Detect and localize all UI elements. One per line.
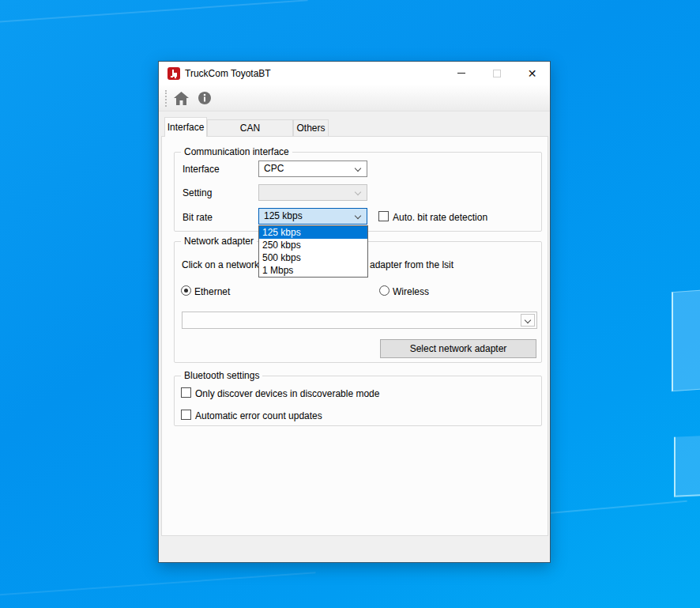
dropdown-option[interactable]: 125 kbps: [259, 226, 367, 239]
auto-bit-rate-label: Auto. bit rate detection: [393, 212, 487, 223]
wireless-radio[interactable]: [379, 285, 390, 296]
radio-dot: [184, 289, 188, 293]
group-legend: Network adapter: [181, 236, 257, 247]
interface-combobox[interactable]: CPC: [258, 160, 367, 177]
desktop-wallpaper: TruckCom ToyotaBT ✕: [0, 0, 700, 608]
bit-rate-dropdown-list: 125 kbps 250 kbps 500 kbps 1 Mbps: [258, 225, 368, 278]
ethernet-label: Ethernet: [194, 286, 230, 297]
setting-label: Setting: [183, 187, 212, 198]
tab-interface[interactable]: Interface: [164, 117, 207, 137]
chevron-down-icon: [355, 213, 361, 219]
title-bar[interactable]: TruckCom ToyotaBT ✕: [159, 62, 550, 85]
tab-can-communication[interactable]: CAN Communication: [207, 119, 293, 137]
network-hint-right: adapter from the lsit: [370, 259, 453, 270]
chevron-down-icon: [355, 165, 361, 172]
ethernet-radio[interactable]: [181, 285, 191, 296]
home-button[interactable]: [171, 88, 191, 108]
dropdown-option[interactable]: 1 Mbps: [259, 264, 367, 277]
toolbar-grip[interactable]: [165, 90, 167, 107]
dropdown-option[interactable]: 250 kbps: [259, 239, 367, 251]
tab-others[interactable]: Others: [293, 119, 329, 137]
discoverable-mode-checkbox[interactable]: [181, 387, 191, 398]
close-icon: ✕: [528, 68, 537, 79]
wallpaper-light-beam: [0, 572, 316, 596]
network-adapter-combobox[interactable]: [182, 312, 537, 329]
minimize-button[interactable]: [443, 62, 479, 85]
maximize-button[interactable]: [479, 62, 514, 85]
bit-rate-combobox-value: 125 kbps: [264, 210, 303, 221]
minimize-icon: [457, 73, 465, 74]
toolbar: [159, 85, 550, 111]
select-network-adapter-button[interactable]: Select network adapter: [380, 339, 536, 358]
app-window: TruckCom ToyotaBT ✕: [158, 61, 551, 563]
interface-combobox-value: CPC: [264, 163, 284, 174]
wallpaper-window-pane: [674, 436, 700, 497]
window-title: TruckCom ToyotaBT: [185, 62, 271, 85]
bit-rate-combobox[interactable]: 125 kbps: [258, 208, 367, 225]
interface-label: Interface: [183, 164, 220, 175]
discoverable-mode-label: Only discover devices in discoverable mo…: [195, 388, 379, 399]
combo-dropdown-button[interactable]: [521, 314, 535, 327]
chevron-down-icon: [355, 189, 361, 195]
network-hint-left: Click on a network i: [182, 259, 264, 270]
group-legend: Bluetooth settings: [181, 370, 262, 381]
auto-bit-rate-checkbox[interactable]: [378, 211, 389, 221]
wireless-label: Wireless: [393, 286, 429, 297]
wallpaper-window-pane: [672, 290, 700, 392]
wallpaper-light-beam: [537, 500, 687, 515]
bit-rate-label: Bit rate: [183, 212, 213, 223]
info-icon: [198, 92, 211, 104]
dropdown-option[interactable]: 500 kbps: [259, 251, 367, 264]
tab-page-interface: Communication interface Interface CPC Se…: [161, 136, 548, 536]
chevron-down-icon: [525, 317, 531, 323]
maximize-icon: [493, 70, 501, 77]
auto-error-count-label: Automatic error count updates: [195, 410, 322, 421]
group-legend: Communication interface: [181, 146, 292, 157]
auto-error-count-checkbox[interactable]: [181, 410, 191, 420]
forklift-app-icon: [167, 67, 180, 80]
close-button[interactable]: ✕: [514, 62, 550, 85]
setting-combobox: [258, 184, 367, 201]
info-button[interactable]: [194, 88, 215, 108]
home-icon: [174, 92, 189, 105]
wallpaper-light-beam: [0, 0, 308, 25]
